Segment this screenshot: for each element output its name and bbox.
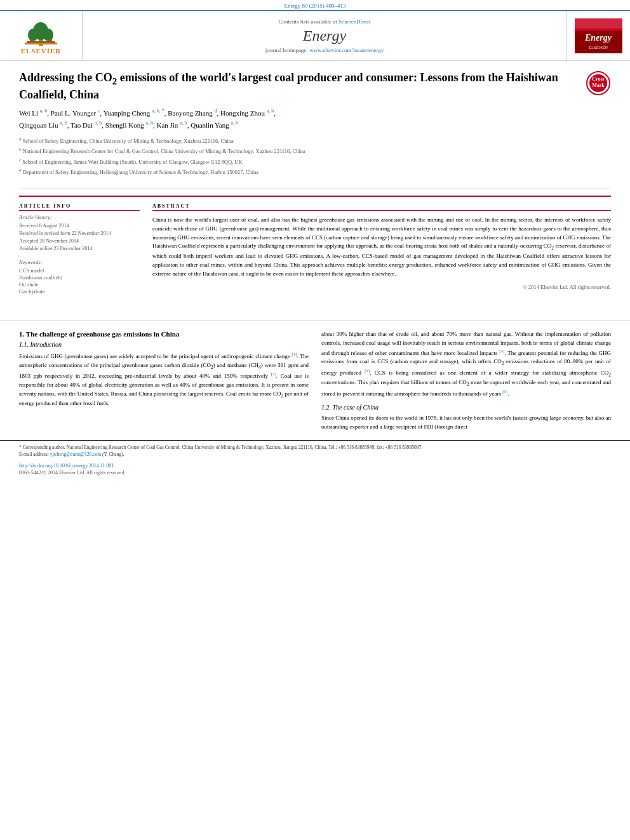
- issn-line: 0360-5442/© 2014 Elsevier Ltd. All right…: [0, 469, 630, 479]
- article-info-column: Article Info Article history: Received 8…: [19, 203, 140, 301]
- footnote-email: E-mail address: ypcheng@cumt@126.com (Y.…: [19, 451, 611, 458]
- email-link[interactable]: ypcheng@cumt@126.com: [50, 451, 101, 457]
- section12-subheading: 1.2. The case of China: [321, 404, 611, 411]
- affiliations: a School of Safety Engineering, China Un…: [19, 136, 576, 177]
- body-left-column: 1. The challenge of greenhouse gas emiss…: [19, 330, 309, 437]
- body-right-column: about 30% higher than that of crude oil,…: [321, 330, 611, 437]
- keywords-list: CCS model Haishiwan coalfield Oil shale …: [19, 267, 140, 295]
- journal-header: ELSEVIER Contents lists available at Sci…: [0, 10, 630, 61]
- footnote-star: * Corresponding author. National Enginee…: [19, 444, 611, 451]
- keyword-gas-hydrate: Gas hydrate: [19, 288, 140, 295]
- journal-center: Contents lists available at ScienceDirec…: [83, 11, 566, 60]
- abstract-title: Abstract: [152, 203, 611, 211]
- article-history-section: Article Info Article history: Received 8…: [19, 203, 140, 253]
- revised-date: Received in revised form 22 November 201…: [19, 230, 140, 237]
- svg-rect-7: [25, 43, 57, 44]
- crossmark-logo: Cross Mark: [586, 70, 611, 96]
- energy-cover-icon: Energy ELSEVIER: [575, 18, 622, 53]
- section12-text: Since China opened its doors to the worl…: [321, 414, 611, 432]
- svg-text:Mark: Mark: [592, 83, 605, 88]
- keyword-ccs: CCS model: [19, 267, 140, 274]
- article-info-title: Article Info: [19, 203, 140, 211]
- abstract-column: Abstract China is now the world's larges…: [152, 203, 611, 301]
- section1-subheading: 1.1. Introduction: [19, 341, 309, 348]
- journal-homepage-link[interactable]: www.elsevier.com/locate/energy: [309, 47, 384, 53]
- article-history-subtitle: Article history:: [19, 214, 140, 220]
- doi-line: http://dx.doi.org/10.1016/j.energy.2014.…: [0, 461, 630, 469]
- accepted-date: Accepted 28 November 2014: [19, 237, 140, 245]
- svg-text:ELSEVIER: ELSEVIER: [589, 46, 608, 50]
- svg-text:Energy: Energy: [584, 33, 612, 43]
- elsevier-logo: ELSEVIER: [21, 17, 62, 55]
- journal-name: Energy: [303, 27, 346, 44]
- keywords-subtitle: Keywords:: [19, 259, 140, 265]
- svg-text:Cross: Cross: [592, 76, 604, 82]
- elsevier-wordmark: ELSEVIER: [21, 47, 62, 55]
- article-info-abstract: Article Info Article history: Received 8…: [19, 196, 611, 301]
- sciencedirect-text: Contents lists available at ScienceDirec…: [279, 18, 371, 25]
- section1-heading: 1. The challenge of greenhouse gas emiss…: [19, 330, 309, 338]
- article-title-section: Addressing the CO2 emissions of the worl…: [19, 70, 611, 189]
- energy-logo-area: Energy ELSEVIER: [566, 11, 630, 60]
- copyright-text: © 2014 Elsevier Ltd. All rights reserved…: [152, 284, 611, 290]
- authors: Wei Li a, b, Paul L. Younger c, Yuanping…: [19, 107, 576, 131]
- section1-text-right: about 30% higher than that of crude oil,…: [321, 330, 611, 399]
- available-online-date: Available online 23 December 2014: [19, 245, 140, 253]
- energy-logo-box: Energy ELSEVIER: [575, 18, 622, 53]
- sciencedirect-link[interactable]: ScienceDirect: [338, 18, 370, 25]
- keywords-section: Keywords: CCS model Haishiwan coalfield …: [19, 259, 140, 295]
- article-title: Addressing the CO2 emissions of the worl…: [19, 70, 576, 102]
- section-divider-1: [0, 320, 630, 321]
- section1-text-left: Emissions of GHG (greenhouse gases) are …: [19, 351, 309, 409]
- body-content: 1. The challenge of greenhouse gas emiss…: [0, 327, 630, 440]
- journal-homepage: journal homepage: www.elsevier.com/locat…: [265, 47, 384, 53]
- doi-link[interactable]: http://dx.doi.org/10.1016/j.energy.2014.…: [19, 463, 114, 469]
- elsevier-tree-icon: [23, 17, 58, 46]
- footnote-area: * Corresponding author. National Enginee…: [0, 440, 630, 462]
- keyword-oil-shale: Oil shale: [19, 281, 140, 288]
- abstract-text: China is now the world's largest user of…: [152, 216, 611, 279]
- affiliation-b: b National Engineering Research Center f…: [19, 146, 576, 156]
- article-title-text: Addressing the CO2 emissions of the worl…: [19, 70, 586, 182]
- elsevier-logo-area: ELSEVIER: [0, 11, 83, 60]
- received-date: Received 8 August 2014: [19, 222, 140, 230]
- svg-rect-9: [575, 18, 622, 31]
- journal-reference: Energy 80 (2015) 400–413: [0, 0, 630, 10]
- affiliation-a: a School of Safety Engineering, China Un…: [19, 136, 576, 145]
- affiliation-d: d Department of Safety Engineering, Heil…: [19, 167, 576, 177]
- article-content: Addressing the CO2 emissions of the worl…: [0, 61, 630, 314]
- affiliation-c: c School of Engineering, James Watt Buil…: [19, 157, 576, 166]
- crossmark-icon: Cross Mark: [586, 70, 611, 96]
- keyword-haishiwan: Haishiwan coalfield: [19, 274, 140, 281]
